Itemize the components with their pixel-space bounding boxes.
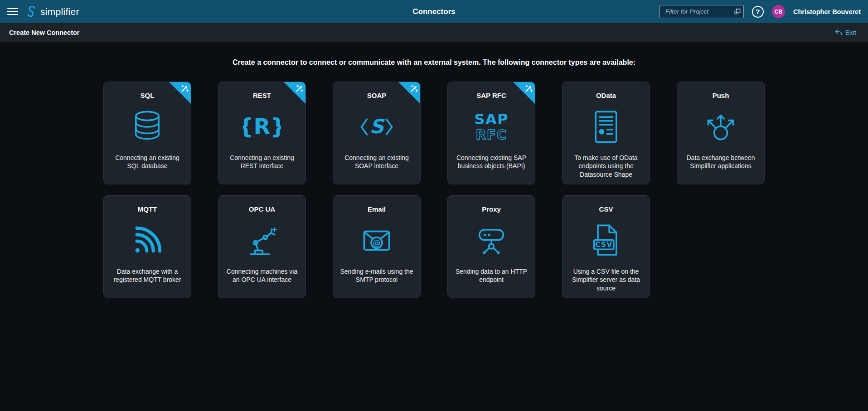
card-icon-wrap: S: [358, 100, 396, 154]
odata-icon: [587, 108, 625, 146]
card-description: Connecting machines via an OPC UA interf…: [218, 267, 305, 284]
simplifier-s-icon: [25, 6, 37, 18]
wizard-icon: [524, 84, 533, 93]
card-icon-wrap: [472, 214, 510, 267]
card-description: Using a CSV file on the Simplifier serve…: [563, 267, 650, 292]
push-icon: [702, 108, 740, 146]
card-description: Connecting existing SAP business objects…: [448, 154, 535, 170]
wizard-icon: [295, 84, 304, 93]
user-name[interactable]: Christopher Bouveret: [793, 8, 861, 15]
logo-text: simplifier: [40, 6, 79, 17]
card-title: SOAP: [367, 92, 387, 99]
card-title: MQTT: [138, 205, 157, 213]
connector-card-soap[interactable]: SOAPSConnecting an existing SOAP interfa…: [333, 82, 421, 184]
simplifier-logo[interactable]: simplifier: [25, 6, 79, 18]
card-title: Email: [368, 205, 386, 213]
opcua-icon: [243, 222, 281, 260]
connector-card-sql[interactable]: SQLConnecting an existing SQL database: [103, 82, 191, 184]
card-description: Connecting an existing REST interface: [218, 154, 305, 170]
card-icon-wrap: CSV: [587, 214, 625, 267]
intro-heading: Create a connector to connect or communi…: [0, 58, 868, 67]
svg-text:S: S: [369, 115, 385, 138]
card-icon-wrap: [128, 214, 166, 267]
card-description: Connecting an existing SQL database: [104, 154, 191, 170]
connector-card-opc-ua[interactable]: OPC UAConnecting machines via an OPC UA …: [218, 195, 306, 298]
svg-text:SAP: SAP: [474, 111, 509, 128]
card-title: REST: [253, 92, 271, 99]
connector-grid: SQLConnecting an existing SQL databaseRE…: [103, 82, 765, 298]
window-icon: [734, 8, 741, 15]
wizard-icon: [180, 84, 189, 93]
main-content: Create a connector to connect or communi…: [0, 58, 868, 298]
card-description: To make use of OData endpoints using the…: [563, 154, 650, 179]
database-icon: [128, 108, 166, 146]
sap-rfc-icon: SAPRFC: [472, 108, 510, 146]
connector-card-push[interactable]: PushData exchange between Simplifier app…: [677, 82, 765, 184]
open-window-button[interactable]: [734, 8, 741, 15]
topbar-right-group: ? CB Christopher Bouveret: [659, 5, 861, 18]
connector-card-proxy[interactable]: ProxySending data to an HTTP endpoint: [447, 195, 535, 298]
mqtt-icon: [128, 222, 166, 260]
card-description: Data exchange with a registered MQTT bro…: [104, 267, 191, 284]
menu-icon[interactable]: [7, 6, 18, 17]
card-icon-wrap: SAPRFC: [472, 100, 510, 154]
card-title: SAP RFC: [476, 92, 506, 99]
card-description: Connecting an existing SOAP interface: [333, 154, 420, 170]
card-icon-wrap: {R}: [243, 100, 281, 154]
connector-card-sap-rfc[interactable]: SAP RFCSAPRFCConnecting existing SAP bus…: [447, 82, 535, 184]
connector-card-mqtt[interactable]: MQTTData exchange with a registered MQTT…: [103, 195, 191, 298]
project-filter: [659, 5, 744, 18]
help-icon[interactable]: ?: [752, 6, 764, 18]
top-bar: simplifier Connectors ? CB Christopher B…: [0, 0, 868, 23]
svg-text:CSV: CSV: [595, 241, 613, 249]
card-icon-wrap: [702, 100, 740, 154]
card-icon-wrap: [587, 100, 625, 154]
back-arrow-icon: [834, 29, 843, 36]
card-title: CSV: [599, 205, 613, 213]
svg-text:RFC: RFC: [475, 127, 507, 143]
avatar[interactable]: CB: [772, 5, 785, 18]
exit-button[interactable]: Exit: [832, 28, 859, 37]
connector-card-odata[interactable]: ODataTo make use of OData endpoints usin…: [562, 82, 650, 184]
exit-label: Exit: [845, 29, 856, 36]
csv-icon: CSV: [587, 222, 625, 260]
proxy-icon: [472, 222, 510, 260]
sub-header: Create New Connector Exit: [0, 23, 868, 42]
card-title: Push: [713, 92, 729, 99]
wizard-icon: [409, 84, 419, 93]
card-title: OPC UA: [249, 205, 275, 213]
card-title: Proxy: [482, 205, 501, 213]
email-icon: @: [358, 222, 396, 260]
card-title: OData: [596, 92, 616, 99]
connector-card-email[interactable]: Email@Sending e-mails using the SMTP pro…: [333, 195, 421, 298]
subheader-title: Create New Connector: [9, 29, 80, 36]
card-description: Data exchange between Simplifier applica…: [677, 154, 764, 170]
card-icon-wrap: [243, 214, 281, 267]
avatar-initials: CB: [775, 9, 782, 15]
help-glyph: ?: [756, 8, 760, 15]
card-icon-wrap: [128, 100, 166, 154]
card-description: Sending e-mails using the SMTP protocol: [333, 267, 420, 284]
connector-card-rest[interactable]: REST{R}Connecting an existing REST inter…: [218, 82, 306, 184]
svg-text:@: @: [373, 238, 381, 247]
connector-card-csv[interactable]: CSVCSVUsing a CSV file on the Simplifier…: [562, 195, 650, 298]
rest-icon: {R}: [243, 108, 281, 146]
page-title: Connectors: [412, 7, 455, 16]
card-title: SQL: [141, 92, 155, 99]
card-description: Sending data to an HTTP endpoint: [448, 267, 535, 284]
project-filter-input[interactable]: [664, 8, 731, 15]
card-icon-wrap: @: [358, 214, 396, 267]
soap-icon: S: [358, 108, 396, 146]
svg-text:{R}: {R}: [243, 114, 281, 139]
